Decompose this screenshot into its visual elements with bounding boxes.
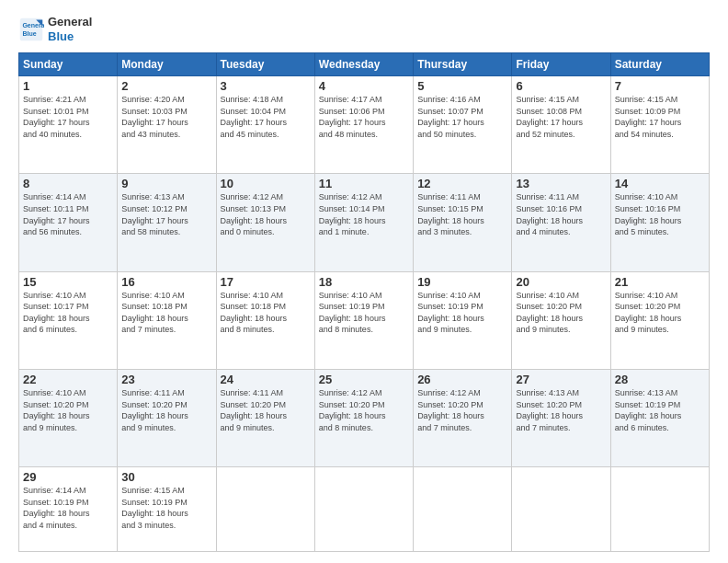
day-info: Sunrise: 4:11 AMSunset: 10:20 PMDaylight… — [221, 387, 311, 433]
day-info: Sunrise: 4:12 AMSunset: 10:20 PMDaylight… — [319, 387, 409, 433]
calendar-cell — [414, 467, 512, 552]
page: General Blue GeneralBlue SundayMondayTue… — [0, 0, 728, 563]
calendar-header-thursday: Thursday — [414, 53, 512, 76]
calendar-cell: 5Sunrise: 4:16 AMSunset: 10:07 PMDayligh… — [414, 76, 512, 174]
day-number: 28 — [615, 373, 705, 386]
day-info: Sunrise: 4:11 AMSunset: 10:16 PMDaylight… — [516, 191, 606, 237]
calendar-header-monday: Monday — [118, 53, 216, 76]
calendar-cell: 23Sunrise: 4:11 AMSunset: 10:20 PMDaylig… — [118, 369, 216, 466]
calendar-header-saturday: Saturday — [610, 53, 709, 76]
svg-text:Blue: Blue — [22, 30, 36, 37]
calendar-cell: 8Sunrise: 4:14 AMSunset: 10:11 PMDayligh… — [19, 174, 118, 271]
calendar-cell — [610, 467, 709, 552]
day-number: 9 — [121, 177, 211, 190]
calendar-cell: 19Sunrise: 4:10 AMSunset: 10:19 PMDaylig… — [414, 271, 512, 369]
day-info: Sunrise: 4:15 AMSunset: 10:08 PMDaylight… — [516, 94, 606, 140]
day-info: Sunrise: 4:10 AMSunset: 10:18 PMDaylight… — [221, 290, 311, 336]
calendar-cell: 6Sunrise: 4:15 AMSunset: 10:08 PMDayligh… — [512, 76, 610, 174]
day-number: 6 — [516, 79, 606, 93]
day-info: Sunrise: 4:10 AMSunset: 10:17 PMDaylight… — [23, 290, 113, 336]
day-number: 12 — [417, 177, 507, 190]
calendar-week-row: 8Sunrise: 4:14 AMSunset: 10:11 PMDayligh… — [19, 174, 710, 271]
calendar-cell: 2Sunrise: 4:20 AMSunset: 10:03 PMDayligh… — [118, 76, 216, 174]
day-number: 4 — [319, 79, 409, 93]
calendar-cell: 1Sunrise: 4:21 AMSunset: 10:01 PMDayligh… — [19, 76, 118, 174]
day-number: 30 — [121, 470, 211, 484]
day-info: Sunrise: 4:14 AMSunset: 10:19 PMDaylight… — [23, 485, 113, 531]
day-number: 15 — [23, 275, 113, 289]
calendar-week-row: 15Sunrise: 4:10 AMSunset: 10:17 PMDaylig… — [19, 271, 710, 369]
day-info: Sunrise: 4:10 AMSunset: 10:16 PMDaylight… — [615, 191, 705, 237]
day-number: 24 — [221, 373, 311, 386]
day-info: Sunrise: 4:16 AMSunset: 10:07 PMDaylight… — [417, 94, 507, 140]
day-number: 8 — [23, 177, 113, 190]
calendar-week-row: 22Sunrise: 4:10 AMSunset: 10:20 PMDaylig… — [19, 369, 710, 466]
day-number: 25 — [319, 373, 409, 386]
calendar-cell: 12Sunrise: 4:11 AMSunset: 10:15 PMDaylig… — [414, 174, 512, 271]
calendar-cell: 26Sunrise: 4:12 AMSunset: 10:20 PMDaylig… — [414, 369, 512, 466]
day-number: 10 — [221, 177, 311, 190]
day-number: 26 — [417, 373, 507, 386]
calendar-header-wednesday: Wednesday — [314, 53, 413, 76]
calendar-cell: 25Sunrise: 4:12 AMSunset: 10:20 PMDaylig… — [314, 369, 413, 466]
day-number: 20 — [516, 275, 606, 289]
day-number: 13 — [516, 177, 606, 190]
calendar-cell: 14Sunrise: 4:10 AMSunset: 10:16 PMDaylig… — [610, 174, 709, 271]
day-info: Sunrise: 4:10 AMSunset: 10:19 PMDaylight… — [417, 290, 507, 336]
calendar-cell: 28Sunrise: 4:13 AMSunset: 10:19 PMDaylig… — [610, 369, 709, 466]
day-info: Sunrise: 4:15 AMSunset: 10:19 PMDaylight… — [121, 485, 211, 531]
day-number: 5 — [417, 79, 507, 93]
day-number: 2 — [121, 79, 211, 93]
day-number: 29 — [23, 470, 113, 484]
calendar-cell: 29Sunrise: 4:14 AMSunset: 10:19 PMDaylig… — [19, 467, 118, 552]
calendar-cell: 13Sunrise: 4:11 AMSunset: 10:16 PMDaylig… — [512, 174, 610, 271]
day-info: Sunrise: 4:20 AMSunset: 10:03 PMDaylight… — [121, 94, 211, 140]
calendar-cell: 15Sunrise: 4:10 AMSunset: 10:17 PMDaylig… — [19, 271, 118, 369]
calendar-cell: 10Sunrise: 4:12 AMSunset: 10:13 PMDaylig… — [216, 174, 314, 271]
day-info: Sunrise: 4:10 AMSunset: 10:20 PMDaylight… — [516, 290, 606, 336]
calendar-cell: 18Sunrise: 4:10 AMSunset: 10:19 PMDaylig… — [314, 271, 413, 369]
day-info: Sunrise: 4:10 AMSunset: 10:20 PMDaylight… — [23, 387, 113, 433]
day-number: 7 — [615, 79, 705, 93]
day-info: Sunrise: 4:13 AMSunset: 10:12 PMDaylight… — [121, 191, 211, 237]
day-info: Sunrise: 4:12 AMSunset: 10:14 PMDaylight… — [319, 191, 409, 237]
day-number: 11 — [319, 177, 409, 190]
calendar-cell: 7Sunrise: 4:15 AMSunset: 10:09 PMDayligh… — [610, 76, 709, 174]
day-info: Sunrise: 4:21 AMSunset: 10:01 PMDaylight… — [23, 94, 113, 140]
day-number: 1 — [23, 79, 113, 93]
logo: General Blue GeneralBlue — [18, 15, 92, 43]
header: General Blue GeneralBlue — [18, 15, 710, 43]
day-number: 27 — [516, 373, 606, 386]
calendar-cell: 16Sunrise: 4:10 AMSunset: 10:18 PMDaylig… — [118, 271, 216, 369]
day-info: Sunrise: 4:12 AMSunset: 10:13 PMDaylight… — [221, 191, 311, 237]
day-number: 17 — [221, 275, 311, 289]
calendar-header-tuesday: Tuesday — [216, 53, 314, 76]
day-info: Sunrise: 4:18 AMSunset: 10:04 PMDaylight… — [221, 94, 311, 140]
calendar-week-row: 1Sunrise: 4:21 AMSunset: 10:01 PMDayligh… — [19, 76, 710, 174]
day-info: Sunrise: 4:10 AMSunset: 10:20 PMDaylight… — [615, 290, 705, 336]
calendar-header-friday: Friday — [512, 53, 610, 76]
day-number: 23 — [121, 373, 211, 386]
calendar-cell: 17Sunrise: 4:10 AMSunset: 10:18 PMDaylig… — [216, 271, 314, 369]
day-info: Sunrise: 4:11 AMSunset: 10:15 PMDaylight… — [417, 191, 507, 237]
day-number: 19 — [417, 275, 507, 289]
calendar-cell: 27Sunrise: 4:13 AMSunset: 10:20 PMDaylig… — [512, 369, 610, 466]
day-info: Sunrise: 4:10 AMSunset: 10:19 PMDaylight… — [319, 290, 409, 336]
day-info: Sunrise: 4:17 AMSunset: 10:06 PMDaylight… — [319, 94, 409, 140]
day-number: 16 — [121, 275, 211, 289]
calendar-cell: 30Sunrise: 4:15 AMSunset: 10:19 PMDaylig… — [118, 467, 216, 552]
day-info: Sunrise: 4:13 AMSunset: 10:19 PMDaylight… — [615, 387, 705, 433]
day-number: 3 — [221, 79, 311, 93]
calendar-cell: 22Sunrise: 4:10 AMSunset: 10:20 PMDaylig… — [19, 369, 118, 466]
day-number: 22 — [23, 373, 113, 386]
calendar-cell: 9Sunrise: 4:13 AMSunset: 10:12 PMDayligh… — [118, 174, 216, 271]
calendar-header-sunday: Sunday — [19, 53, 118, 76]
calendar-cell: 3Sunrise: 4:18 AMSunset: 10:04 PMDayligh… — [216, 76, 314, 174]
day-info: Sunrise: 4:12 AMSunset: 10:20 PMDaylight… — [417, 387, 507, 433]
logo-line1: General — [48, 15, 92, 29]
logo-text: GeneralBlue — [48, 15, 92, 43]
calendar-cell: 21Sunrise: 4:10 AMSunset: 10:20 PMDaylig… — [610, 271, 709, 369]
day-number: 18 — [319, 275, 409, 289]
day-info: Sunrise: 4:15 AMSunset: 10:09 PMDaylight… — [615, 94, 705, 140]
calendar-cell: 20Sunrise: 4:10 AMSunset: 10:20 PMDaylig… — [512, 271, 610, 369]
